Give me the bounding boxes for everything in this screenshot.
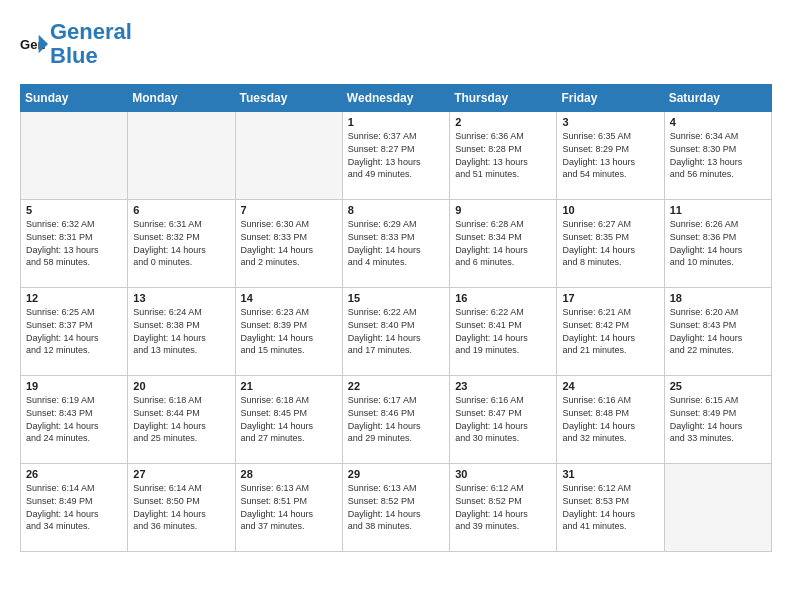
day-content: Sunrise: 6:35 AM Sunset: 8:29 PM Dayligh…: [562, 130, 658, 180]
calendar-table: SundayMondayTuesdayWednesdayThursdayFrid…: [20, 84, 772, 552]
calendar-cell: 21Sunrise: 6:18 AM Sunset: 8:45 PM Dayli…: [235, 376, 342, 464]
day-number: 23: [455, 380, 551, 392]
calendar-cell: 2Sunrise: 6:36 AM Sunset: 8:28 PM Daylig…: [450, 112, 557, 200]
day-number: 29: [348, 468, 444, 480]
day-number: 4: [670, 116, 766, 128]
day-content: Sunrise: 6:29 AM Sunset: 8:33 PM Dayligh…: [348, 218, 444, 268]
logo-text: GeneralBlue: [50, 20, 132, 68]
weekday-header-thursday: Thursday: [450, 85, 557, 112]
calendar-cell: 23Sunrise: 6:16 AM Sunset: 8:47 PM Dayli…: [450, 376, 557, 464]
day-number: 20: [133, 380, 229, 392]
weekday-header-saturday: Saturday: [664, 85, 771, 112]
calendar-cell: 30Sunrise: 6:12 AM Sunset: 8:52 PM Dayli…: [450, 464, 557, 552]
day-content: Sunrise: 6:31 AM Sunset: 8:32 PM Dayligh…: [133, 218, 229, 268]
day-content: Sunrise: 6:12 AM Sunset: 8:52 PM Dayligh…: [455, 482, 551, 532]
calendar-cell: 19Sunrise: 6:19 AM Sunset: 8:43 PM Dayli…: [21, 376, 128, 464]
day-number: 8: [348, 204, 444, 216]
day-content: Sunrise: 6:17 AM Sunset: 8:46 PM Dayligh…: [348, 394, 444, 444]
day-content: Sunrise: 6:20 AM Sunset: 8:43 PM Dayligh…: [670, 306, 766, 356]
calendar-cell: [21, 112, 128, 200]
day-content: Sunrise: 6:23 AM Sunset: 8:39 PM Dayligh…: [241, 306, 337, 356]
day-number: 30: [455, 468, 551, 480]
day-number: 19: [26, 380, 122, 392]
day-content: Sunrise: 6:14 AM Sunset: 8:49 PM Dayligh…: [26, 482, 122, 532]
calendar-cell: 10Sunrise: 6:27 AM Sunset: 8:35 PM Dayli…: [557, 200, 664, 288]
day-number: 27: [133, 468, 229, 480]
calendar-cell: 24Sunrise: 6:16 AM Sunset: 8:48 PM Dayli…: [557, 376, 664, 464]
day-content: Sunrise: 6:21 AM Sunset: 8:42 PM Dayligh…: [562, 306, 658, 356]
day-number: 12: [26, 292, 122, 304]
day-content: Sunrise: 6:13 AM Sunset: 8:52 PM Dayligh…: [348, 482, 444, 532]
day-content: Sunrise: 6:16 AM Sunset: 8:47 PM Dayligh…: [455, 394, 551, 444]
day-number: 13: [133, 292, 229, 304]
day-number: 6: [133, 204, 229, 216]
calendar-cell: 17Sunrise: 6:21 AM Sunset: 8:42 PM Dayli…: [557, 288, 664, 376]
calendar-cell: [128, 112, 235, 200]
day-number: 18: [670, 292, 766, 304]
day-content: Sunrise: 6:37 AM Sunset: 8:27 PM Dayligh…: [348, 130, 444, 180]
calendar-cell: 12Sunrise: 6:25 AM Sunset: 8:37 PM Dayli…: [21, 288, 128, 376]
day-content: Sunrise: 6:28 AM Sunset: 8:34 PM Dayligh…: [455, 218, 551, 268]
logo-icon: Gen: [20, 30, 48, 58]
day-number: 7: [241, 204, 337, 216]
weekday-header-monday: Monday: [128, 85, 235, 112]
calendar-cell: 22Sunrise: 6:17 AM Sunset: 8:46 PM Dayli…: [342, 376, 449, 464]
day-content: Sunrise: 6:24 AM Sunset: 8:38 PM Dayligh…: [133, 306, 229, 356]
day-number: 1: [348, 116, 444, 128]
calendar-week-row: 19Sunrise: 6:19 AM Sunset: 8:43 PM Dayli…: [21, 376, 772, 464]
day-content: Sunrise: 6:13 AM Sunset: 8:51 PM Dayligh…: [241, 482, 337, 532]
calendar-week-row: 26Sunrise: 6:14 AM Sunset: 8:49 PM Dayli…: [21, 464, 772, 552]
day-number: 21: [241, 380, 337, 392]
calendar-week-row: 5Sunrise: 6:32 AM Sunset: 8:31 PM Daylig…: [21, 200, 772, 288]
day-content: Sunrise: 6:32 AM Sunset: 8:31 PM Dayligh…: [26, 218, 122, 268]
day-number: 24: [562, 380, 658, 392]
calendar-cell: 5Sunrise: 6:32 AM Sunset: 8:31 PM Daylig…: [21, 200, 128, 288]
day-content: Sunrise: 6:12 AM Sunset: 8:53 PM Dayligh…: [562, 482, 658, 532]
calendar-cell: 18Sunrise: 6:20 AM Sunset: 8:43 PM Dayli…: [664, 288, 771, 376]
weekday-header-sunday: Sunday: [21, 85, 128, 112]
calendar-cell: 11Sunrise: 6:26 AM Sunset: 8:36 PM Dayli…: [664, 200, 771, 288]
day-content: Sunrise: 6:14 AM Sunset: 8:50 PM Dayligh…: [133, 482, 229, 532]
calendar-cell: 31Sunrise: 6:12 AM Sunset: 8:53 PM Dayli…: [557, 464, 664, 552]
day-content: Sunrise: 6:19 AM Sunset: 8:43 PM Dayligh…: [26, 394, 122, 444]
page-header: Gen GeneralBlue: [20, 20, 772, 68]
calendar-week-row: 12Sunrise: 6:25 AM Sunset: 8:37 PM Dayli…: [21, 288, 772, 376]
calendar-cell: 6Sunrise: 6:31 AM Sunset: 8:32 PM Daylig…: [128, 200, 235, 288]
logo: Gen GeneralBlue: [20, 20, 132, 68]
day-content: Sunrise: 6:25 AM Sunset: 8:37 PM Dayligh…: [26, 306, 122, 356]
day-content: Sunrise: 6:22 AM Sunset: 8:40 PM Dayligh…: [348, 306, 444, 356]
calendar-cell: 20Sunrise: 6:18 AM Sunset: 8:44 PM Dayli…: [128, 376, 235, 464]
calendar-cell: 27Sunrise: 6:14 AM Sunset: 8:50 PM Dayli…: [128, 464, 235, 552]
day-content: Sunrise: 6:36 AM Sunset: 8:28 PM Dayligh…: [455, 130, 551, 180]
calendar-cell: 16Sunrise: 6:22 AM Sunset: 8:41 PM Dayli…: [450, 288, 557, 376]
day-number: 17: [562, 292, 658, 304]
day-number: 26: [26, 468, 122, 480]
day-number: 28: [241, 468, 337, 480]
calendar-cell: 15Sunrise: 6:22 AM Sunset: 8:40 PM Dayli…: [342, 288, 449, 376]
calendar-cell: [235, 112, 342, 200]
day-content: Sunrise: 6:15 AM Sunset: 8:49 PM Dayligh…: [670, 394, 766, 444]
weekday-header-wednesday: Wednesday: [342, 85, 449, 112]
day-content: Sunrise: 6:30 AM Sunset: 8:33 PM Dayligh…: [241, 218, 337, 268]
calendar-cell: 7Sunrise: 6:30 AM Sunset: 8:33 PM Daylig…: [235, 200, 342, 288]
calendar-cell: 26Sunrise: 6:14 AM Sunset: 8:49 PM Dayli…: [21, 464, 128, 552]
calendar-cell: 9Sunrise: 6:28 AM Sunset: 8:34 PM Daylig…: [450, 200, 557, 288]
day-number: 3: [562, 116, 658, 128]
calendar-cell: 29Sunrise: 6:13 AM Sunset: 8:52 PM Dayli…: [342, 464, 449, 552]
day-content: Sunrise: 6:16 AM Sunset: 8:48 PM Dayligh…: [562, 394, 658, 444]
day-number: 10: [562, 204, 658, 216]
day-number: 11: [670, 204, 766, 216]
day-content: Sunrise: 6:26 AM Sunset: 8:36 PM Dayligh…: [670, 218, 766, 268]
day-content: Sunrise: 6:34 AM Sunset: 8:30 PM Dayligh…: [670, 130, 766, 180]
day-number: 5: [26, 204, 122, 216]
day-content: Sunrise: 6:22 AM Sunset: 8:41 PM Dayligh…: [455, 306, 551, 356]
day-content: Sunrise: 6:18 AM Sunset: 8:44 PM Dayligh…: [133, 394, 229, 444]
day-content: Sunrise: 6:27 AM Sunset: 8:35 PM Dayligh…: [562, 218, 658, 268]
weekday-header-tuesday: Tuesday: [235, 85, 342, 112]
day-number: 25: [670, 380, 766, 392]
day-number: 9: [455, 204, 551, 216]
calendar-cell: 4Sunrise: 6:34 AM Sunset: 8:30 PM Daylig…: [664, 112, 771, 200]
calendar-cell: [664, 464, 771, 552]
day-number: 16: [455, 292, 551, 304]
day-number: 22: [348, 380, 444, 392]
